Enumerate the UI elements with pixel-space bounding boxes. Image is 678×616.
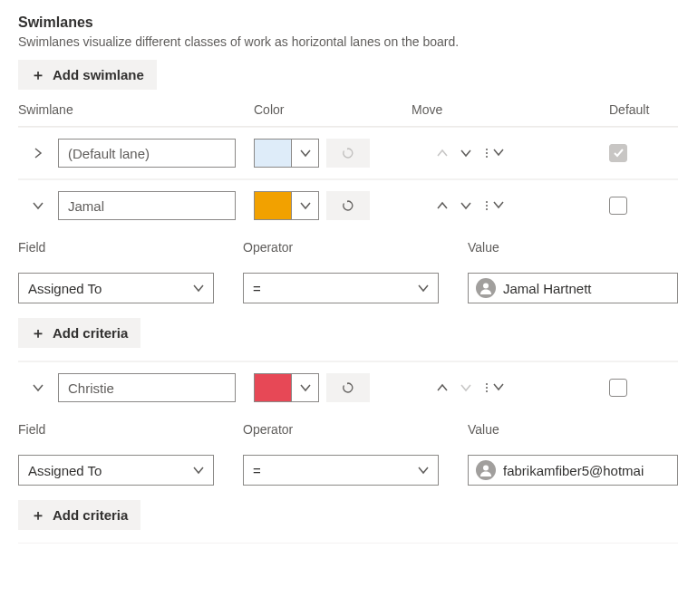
chevron-down-icon [418,463,429,478]
table-header: Swimlane Color Move Default [18,90,678,127]
swimlane-row [18,128,678,178]
color-picker[interactable] [254,373,319,402]
chevron-down-icon [193,281,204,296]
col-value: Value [468,422,678,437]
field-select[interactable]: Assigned To [18,455,214,486]
value-person-select[interactable]: fabrikamfiber5@hotmai [468,455,678,486]
color-swatch [255,192,291,219]
move-down-button[interactable] [460,148,471,159]
criteria-row: Assigned To=Jamal Hartnett [18,260,678,316]
col-field: Field [18,240,243,255]
expand-toggle[interactable] [18,148,58,159]
field-value: Assigned To [28,281,102,296]
color-picker[interactable] [254,191,319,220]
criteria-header: FieldOperatorValue [18,413,678,442]
move-up-button [437,148,448,159]
add-criteria-label: Add criteria [53,325,128,341]
col-operator: Operator [243,422,468,437]
operator-value: = [253,463,261,478]
collapse-toggle[interactable] [18,382,58,393]
col-field: Field [18,422,243,437]
color-swatch [255,374,291,401]
plus-icon: ＋ [31,508,45,523]
value-person-select[interactable]: Jamal Hartnett [468,273,678,303]
kebab-icon [484,383,489,392]
page-title: Swimlanes [18,14,678,31]
col-value: Value [468,240,678,255]
field-value: Assigned To [28,463,102,478]
col-color: Color [254,102,412,117]
reset-color-button [326,139,370,168]
plus-icon: ＋ [31,326,45,341]
chevron-down-icon [493,380,504,395]
operator-select[interactable]: = [243,273,439,303]
move-down-button[interactable] [460,200,471,211]
operator-select[interactable]: = [243,455,439,486]
col-default: Default [609,102,678,117]
default-checkbox[interactable] [609,144,627,162]
page-subtitle: Swimlanes visualize different classes of… [18,34,678,49]
field-select[interactable]: Assigned To [18,273,214,303]
more-menu[interactable] [484,198,504,213]
swimlane-name-input[interactable] [58,191,236,220]
kebab-icon [484,149,489,158]
default-checkbox[interactable] [609,197,627,215]
col-operator: Operator [243,240,468,255]
swimlane-name-input[interactable] [58,139,236,168]
color-picker[interactable] [254,139,319,168]
reset-color-button[interactable] [326,191,370,220]
chevron-down-icon [193,463,204,478]
swimlane-row [18,180,678,231]
more-menu[interactable] [484,146,504,160]
value-text: fabrikamfiber5@hotmai [503,463,644,478]
person-icon [476,460,496,480]
add-swimlane-button[interactable]: ＋ Add swimlane [18,60,157,90]
more-menu[interactable] [484,380,504,395]
plus-icon: ＋ [31,68,45,82]
add-criteria-label: Add criteria [53,507,128,523]
add-criteria-button[interactable]: ＋Add criteria [18,318,140,348]
collapse-toggle[interactable] [18,200,58,211]
col-swimlane: Swimlane [18,102,254,117]
person-icon [476,278,496,298]
color-swatch [255,140,291,167]
swimlane-name-input[interactable] [58,373,236,402]
chevron-down-icon [418,281,429,296]
criteria-row: Assigned To=fabrikamfiber5@hotmai [18,442,678,498]
reset-color-button[interactable] [326,373,370,402]
value-text: Jamal Hartnett [503,281,592,296]
kebab-icon [484,201,489,210]
default-checkbox[interactable] [609,379,627,397]
move-up-button[interactable] [437,200,448,211]
swimlane-row [18,362,678,413]
move-down-button [460,382,471,393]
add-criteria-button[interactable]: ＋Add criteria [18,500,140,530]
col-move: Move [412,102,609,117]
chevron-down-icon [493,146,504,160]
operator-value: = [253,281,261,296]
chevron-down-icon[interactable] [291,140,318,167]
add-swimlane-label: Add swimlane [53,67,144,82]
chevron-down-icon [493,198,504,213]
move-up-button[interactable] [437,382,448,393]
chevron-down-icon[interactable] [291,192,318,219]
criteria-header: FieldOperatorValue [18,231,678,260]
chevron-down-icon[interactable] [291,374,318,401]
